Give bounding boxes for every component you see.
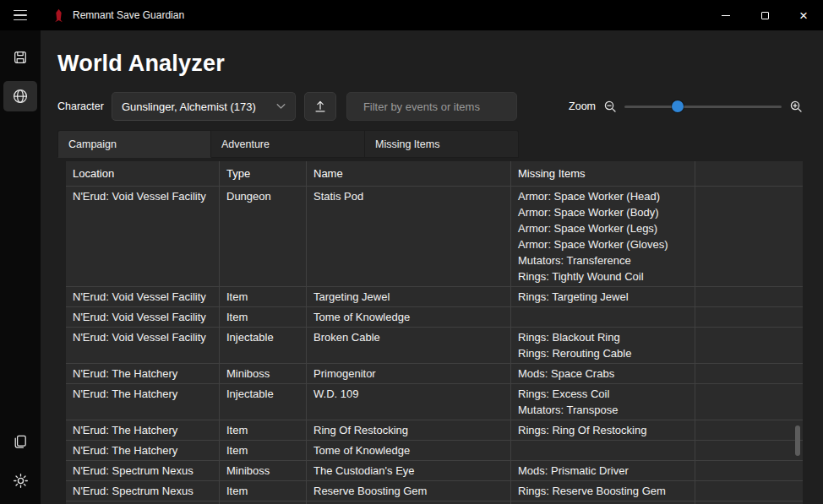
zoom-slider-thumb[interactable] — [672, 100, 684, 112]
tab-label: Missing Items — [375, 138, 439, 150]
cell-name: W.D. 109 — [307, 384, 511, 420]
app-window: Remnant Save Guardian × — [0, 0, 823, 504]
missing-item: Armor: Space Worker (Legs) — [518, 220, 688, 236]
tab-bar: Campaign Adventure Missing Items — [57, 130, 519, 158]
filter-input[interactable] — [363, 100, 512, 113]
cell-filler — [695, 364, 803, 383]
table-row[interactable]: N'Erud: Spectrum Nexus Item Reserve Boos… — [66, 481, 803, 501]
table-scrollbar[interactable] — [795, 187, 800, 501]
missing-item: Armor: Space Worker (Gloves) — [518, 236, 688, 252]
sidebar — [0, 30, 41, 504]
minimize-icon — [722, 15, 730, 16]
cell-filler — [695, 481, 803, 501]
cell-missing-items: Rings: Targeting Jewel — [511, 287, 695, 306]
cell-missing-items: Rings: Blackout RingRings: Rerouting Cab… — [511, 328, 695, 363]
cell-type: Item — [220, 287, 307, 306]
table-row[interactable]: N'Erud: Void Vessel Facility Item Tome o… — [66, 307, 803, 328]
cell-missing-items — [511, 441, 695, 460]
table-row[interactable]: N'Erud: The Hatchery Injectable W.D. 109… — [66, 384, 803, 420]
tab-adventure[interactable]: Adventure — [211, 130, 365, 158]
close-button[interactable]: × — [784, 0, 823, 30]
cell-type: Dungeon — [220, 187, 307, 286]
pages-icon — [13, 434, 28, 449]
missing-item: Armor: Space Worker (Body) — [518, 204, 688, 220]
cell-name: Tome of Knowledge — [307, 441, 511, 460]
missing-item: Rings: Rerouting Cable — [518, 345, 688, 361]
tab-missing-items[interactable]: Missing Items — [365, 130, 519, 158]
table-row[interactable]: N'Erud: The Hatchery Item Ring Of Restoc… — [66, 420, 803, 441]
cell-location: N'Erud: The Hatchery — [66, 364, 220, 383]
sidebar-item-world-analyzer[interactable] — [3, 81, 37, 111]
cell-missing-items: Mods: Prismatic Driver — [511, 461, 695, 480]
column-header-name[interactable]: Name — [307, 161, 511, 186]
chevron-down-icon — [276, 103, 286, 110]
minimize-button[interactable] — [706, 0, 745, 30]
cell-filler — [695, 384, 803, 420]
missing-item: Rings: Excess Coil — [518, 386, 688, 402]
cell-location: N'Erud: The Hatchery — [66, 441, 220, 460]
zoom-label: Zoom — [569, 100, 596, 112]
cell-filler — [695, 287, 803, 306]
scrollbar-thumb[interactable] — [795, 425, 800, 456]
zoom-slider[interactable] — [624, 100, 782, 113]
cell-location: N'Erud: Void Vessel Facility — [66, 187, 220, 286]
column-header-type[interactable]: Type — [220, 161, 307, 186]
hamburger-menu-button[interactable] — [0, 0, 41, 30]
character-label: Character — [57, 100, 104, 112]
cell-filler — [695, 187, 803, 286]
table-row[interactable]: N'Erud: Void Vessel Facility Item Target… — [66, 287, 803, 307]
tab-label: Campaign — [68, 138, 117, 150]
cell-location: N'Erud: The Hatchery — [66, 420, 220, 440]
character-dropdown[interactable]: Gunslinger, Alchemist (173) — [112, 92, 296, 121]
cell-filler — [695, 328, 803, 363]
table-body: N'Erud: Void Vessel Facility Dungeon Sta… — [66, 187, 803, 504]
zoom-in-icon[interactable] — [789, 100, 803, 113]
tab-campaign[interactable]: Campaign — [57, 130, 211, 158]
column-header-missing-items[interactable]: Missing Items — [511, 161, 695, 186]
table-row[interactable]: N'Erud: Spectrum Nexus Miniboss The Cust… — [66, 461, 803, 481]
hamburger-icon — [14, 10, 27, 21]
tab-label: Adventure — [221, 138, 270, 150]
table-row[interactable]: N'Erud: The Hatchery Item Tome of Knowle… — [66, 441, 803, 461]
maximize-button[interactable] — [745, 0, 784, 30]
missing-item: Armor: Space Worker (Head) — [518, 188, 688, 204]
cell-name: Primogenitor — [307, 364, 511, 383]
cell-missing-items: Armor: Space Worker (Head)Armor: Space W… — [511, 187, 695, 286]
table-header-row: Location Type Name Missing Items — [66, 161, 803, 187]
cell-location: N'Erud: Spectrum Nexus — [66, 461, 220, 480]
zoom-slider-track — [624, 106, 782, 108]
missing-item: Rings: Targeting Jewel — [518, 289, 688, 305]
cell-type: Item — [220, 441, 307, 460]
upload-icon — [313, 100, 327, 113]
column-header-filler — [695, 161, 803, 186]
table-row[interactable]: N'Erud: Void Vessel Facility Dungeon Sta… — [66, 187, 803, 287]
cell-name: The Custodian's Eye — [307, 461, 511, 480]
missing-item: Mods: Prismatic Driver — [518, 463, 688, 479]
missing-item: Rings: Reserve Boosting Gem — [518, 483, 688, 499]
cell-location: N'Erud: Void Vessel Facility — [66, 287, 220, 306]
cell-location: N'Erud: Spectrum Nexus — [66, 481, 220, 501]
titlebar: Remnant Save Guardian × — [0, 0, 823, 30]
zoom-out-icon[interactable] — [603, 100, 617, 113]
save-file-icon — [13, 50, 28, 65]
sidebar-item-pages[interactable] — [3, 426, 37, 457]
maximize-icon — [761, 12, 769, 19]
cell-missing-items: Mods: Space Crabs — [511, 364, 695, 383]
cell-location: N'Erud: Void Vessel Facility — [66, 307, 220, 327]
table-row[interactable]: N'Erud: The Hatchery Miniboss Primogenit… — [66, 364, 803, 384]
globe-icon — [12, 88, 29, 105]
window-controls: × — [706, 0, 823, 30]
controls-row: Character Gunslinger, Alchemist (173) — [57, 92, 803, 121]
cell-type: Injectable — [220, 384, 307, 420]
cell-type: Injectable — [220, 328, 307, 363]
world-table: Location Type Name Missing Items N'Erud:… — [66, 161, 803, 504]
cell-missing-items: Rings: Reserve Boosting Gem — [511, 481, 695, 501]
export-button[interactable] — [304, 92, 336, 121]
column-header-location[interactable]: Location — [66, 161, 220, 186]
cell-name: Targeting Jewel — [307, 287, 511, 306]
missing-item: Rings: Blackout Ring — [518, 329, 688, 345]
sidebar-item-settings[interactable] — [3, 465, 37, 496]
cell-name: Ring Of Restocking — [307, 420, 511, 440]
sidebar-item-saves[interactable] — [3, 42, 37, 73]
table-row[interactable]: N'Erud: Void Vessel Facility Injectable … — [66, 328, 803, 364]
